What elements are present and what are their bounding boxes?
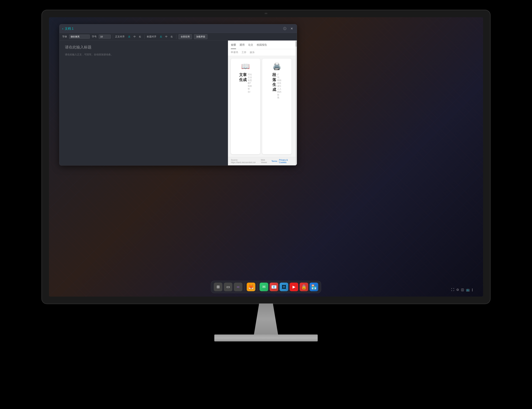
side-scrollbar[interactable] xyxy=(296,40,297,165)
webviewer-label: Web Viewer xyxy=(261,159,271,164)
wifi-icon[interactable]: ⊙ xyxy=(456,288,459,292)
template-name-paragraph: 段落生成 xyxy=(272,72,276,92)
dock-divider-1 xyxy=(244,283,245,290)
editor-body-placeholder: 请在此输入正文，可回车。自动添加滚动条。 xyxy=(65,53,222,56)
infinity-icon: ∞ xyxy=(237,285,239,289)
heading-align-label: 标题对齐 xyxy=(147,35,156,38)
monitor-screen: ‹ 文档 1 ⓘ ✕ 字体 微软雅黑 字号 10 xyxy=(49,17,483,297)
store-icon: 🏪 xyxy=(311,284,317,290)
fullscreen-icon[interactable]: ⛶ xyxy=(451,288,454,292)
content-area: 请在此输入标题 请在此输入正文，可回车。自动添加滚动条。 全部 xyxy=(59,40,297,165)
dock-icon-app4[interactable]: 🖼 xyxy=(280,283,288,291)
heading-align-left-btn[interactable]: 左 xyxy=(159,35,163,39)
template-icon-paragraph: 🖨️ xyxy=(272,61,282,71)
heading-align-right-btn[interactable]: 右 xyxy=(169,35,174,39)
message-icon: ✉ xyxy=(262,285,265,289)
tab-campus-report[interactable]: 校园报告 xyxy=(257,43,267,49)
side-scrollbar-thumb[interactable] xyxy=(296,41,297,47)
title-bar: ‹ 文档 1 ⓘ ✕ xyxy=(59,24,297,33)
heading-align-center-btn[interactable]: 中 xyxy=(164,35,169,39)
template-card-paragraph[interactable]: 🖨️ 段落生成 扩写,帮助你生成引人入胜的段落. xyxy=(262,59,291,154)
side-panel: 全部 通用 论文 校园报告 申请书 工作 娱乐 xyxy=(228,40,297,165)
dock-divider-2 xyxy=(257,283,258,290)
template-name-article: 文章生成 xyxy=(239,72,247,82)
monitor-camera xyxy=(265,13,267,14)
align-label: 正文对齐 xyxy=(115,35,125,38)
status-separator: | xyxy=(472,288,473,292)
dock: ⊞ ▭ ∞ 🦊 ✉ 📧 xyxy=(211,281,321,293)
status-bar: ⛶ ⊙ ◫ 📺 | xyxy=(451,286,473,293)
firefox-icon: 🦊 xyxy=(248,284,254,290)
close-button[interactable]: ✕ xyxy=(289,26,294,31)
tab-application[interactable]: 申请书 xyxy=(231,51,238,54)
editor-title-placeholder: 请在此输入标题 xyxy=(65,45,222,50)
all-apps-button[interactable]: 全部应用 xyxy=(179,34,192,39)
audio-icon[interactable]: ◫ xyxy=(461,288,464,292)
toolbar-separator-2 xyxy=(144,35,145,39)
title-bar-actions: ⓘ ✕ xyxy=(282,26,294,31)
font-label: 字体 xyxy=(62,35,67,38)
app-window: ‹ 文档 1 ⓘ ✕ 字体 微软雅黑 字号 10 xyxy=(59,24,297,166)
tab-work[interactable]: 工作 xyxy=(242,51,246,54)
tab-thesis[interactable]: 论文 xyxy=(248,43,253,49)
youtube-icon: ▶ xyxy=(293,285,296,289)
monitor-bezel: ‹ 文档 1 ⓘ ✕ 字体 微软雅黑 字号 10 xyxy=(42,10,490,304)
terms-link[interactable]: Terms xyxy=(271,160,277,162)
source-label: Source: xyxy=(231,159,238,161)
monitor-stand-neck xyxy=(249,304,283,335)
lock-icon: 🔒 xyxy=(301,284,307,290)
info-button[interactable]: ⓘ xyxy=(282,26,287,31)
template-card-article[interactable]: 📖 文章生成 写论文没有思路?我来帮你! xyxy=(231,59,260,154)
side-panel-inner: 全部 通用 论文 校园报告 申请书 工作 娱乐 xyxy=(228,40,297,165)
load-ui-button[interactable]: 加载界面 xyxy=(194,34,207,39)
template-desc-article: 写论文没有思路?我来帮你! xyxy=(248,73,252,93)
display-icon[interactable]: 📺 xyxy=(466,288,470,292)
dock-icon-store[interactable]: 🏪 xyxy=(310,283,318,291)
side-tabs-row1: 全部 通用 论文 校园报告 xyxy=(228,40,297,49)
toolbar: 字体 微软雅黑 字号 10 正文对齐 左 中 右 xyxy=(59,33,297,40)
tab-general[interactable]: 通用 xyxy=(239,43,245,49)
align-group: 左 中 右 xyxy=(127,35,143,39)
template-grid: 📖 文章生成 写论文没有思路?我来帮你! 🖨️ xyxy=(228,56,297,157)
source-url: https://land.xiezuorobot.cor xyxy=(231,161,256,164)
dock-icon-lock[interactable]: 🔒 xyxy=(300,283,308,291)
grid-icon: ⊞ xyxy=(216,285,220,289)
dock-icon-window[interactable]: ▭ xyxy=(224,283,232,291)
privacy-cookies-link[interactable]: Privacy & Cookies xyxy=(279,159,294,164)
template-desc-paragraph: 扩写,帮助你生成引人入胜的段落. xyxy=(277,73,281,99)
editor-area[interactable]: 请在此输入标题 请在此输入正文，可回车。自动添加滚动条。 xyxy=(59,40,228,165)
template-icon-article: 📖 xyxy=(241,61,250,71)
dock-icon-youtube[interactable]: ▶ xyxy=(290,283,298,291)
font-select[interactable]: 微软雅黑 xyxy=(69,35,90,39)
align-right-btn[interactable]: 右 xyxy=(137,35,143,39)
heading-align-group: 左 中 右 xyxy=(159,35,174,39)
dock-icon-firefox[interactable]: 🦊 xyxy=(247,283,255,291)
tab-entertainment[interactable]: 娱乐 xyxy=(250,51,255,54)
source-info: Source: https://land.xiezuorobot.cor xyxy=(231,159,261,164)
window-icon: ▭ xyxy=(226,285,230,289)
size-select[interactable]: 10 xyxy=(99,35,111,39)
align-left-btn[interactable]: 左 xyxy=(127,35,132,39)
size-label: 字号 xyxy=(92,35,97,38)
mail-icon: 📧 xyxy=(271,284,277,290)
source-links: Web Viewer Terms | Privacy & Cookies xyxy=(261,159,294,164)
dock-icon-app3[interactable]: 📧 xyxy=(270,283,278,291)
toolbar-separator-1 xyxy=(113,35,113,39)
monitor-stand-base xyxy=(214,335,318,341)
image-icon: 🖼 xyxy=(282,284,286,290)
dock-icon-app2[interactable]: ✉ xyxy=(260,283,268,291)
dock-icon-infinity[interactable]: ∞ xyxy=(234,283,242,291)
back-button[interactable]: ‹ xyxy=(62,27,63,30)
dock-icon-grid[interactable]: ⊞ xyxy=(214,283,222,291)
window-title: 文档 1 xyxy=(65,27,282,31)
side-tabs-row2: 申请书 工作 娱乐 xyxy=(228,49,297,56)
align-center-btn[interactable]: 中 xyxy=(132,35,137,39)
link-separator: | xyxy=(278,160,278,162)
tab-all[interactable]: 全部 xyxy=(231,43,236,49)
source-bar: Source: https://land.xiezuorobot.cor Web… xyxy=(228,157,297,165)
